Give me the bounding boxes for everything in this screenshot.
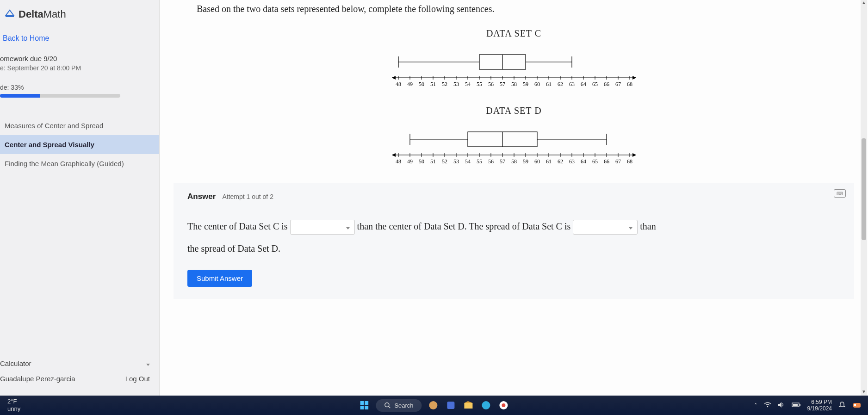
taskbar-search[interactable]: Search (376, 399, 422, 412)
svg-text:68: 68 (627, 81, 632, 87)
svg-point-104 (429, 401, 438, 409)
svg-text:63: 63 (569, 81, 575, 87)
svg-text:64: 64 (581, 158, 586, 165)
attempt-text: Attempt 1 out of 2 (222, 193, 273, 200)
svg-text:55: 55 (477, 158, 482, 165)
brand-bold: Delta (19, 8, 43, 20)
grade-progress-fill (0, 94, 40, 98)
topic-item-2[interactable]: Finding the Mean Graphically (Guided) (0, 154, 159, 173)
svg-text:58: 58 (511, 158, 517, 165)
chart-block-0: DATA SET C 48495051525354555657585960616… (160, 28, 868, 92)
svg-rect-105 (447, 402, 455, 409)
answer-area: ⌨ Answer Attempt 1 out of 2 The center o… (174, 183, 854, 299)
svg-text:51: 51 (430, 81, 436, 87)
topic-list: Measures of Center and SpreadCenter and … (0, 116, 159, 173)
calculator-label: Calculator (0, 359, 31, 367)
svg-text:62: 62 (558, 81, 563, 87)
search-label: Search (394, 402, 413, 409)
question-prompt: Based on the two data sets represented b… (160, 0, 868, 24)
wifi-icon[interactable] (764, 402, 771, 409)
start-icon[interactable] (358, 399, 370, 411)
answer-label: Answer (187, 192, 216, 201)
answer-sentence: The center of Data Set C is than the cen… (187, 215, 840, 260)
svg-text:53: 53 (453, 158, 459, 165)
svg-text:54: 54 (465, 81, 471, 87)
topic-item-1[interactable]: Center and Spread Visually (0, 135, 159, 154)
vertical-scrollbar[interactable]: ▲ ▼ (861, 0, 867, 396)
tray-expand-icon[interactable]: ˄ (754, 402, 757, 409)
svg-point-102 (385, 403, 389, 407)
scroll-up-arrow[interactable]: ▲ (861, 0, 867, 6)
taskbar-app-4[interactable] (480, 399, 492, 411)
weather-temp: 2°F (7, 398, 20, 405)
svg-text:62: 62 (558, 158, 563, 165)
svg-text:59: 59 (523, 158, 528, 165)
taskbar-app-1[interactable] (428, 399, 440, 411)
battery-icon[interactable] (792, 402, 801, 409)
calculator-toggle[interactable]: Calculator (0, 356, 159, 371)
boxplot-svg: 4849505152535455565758596061626364656667… (384, 45, 644, 92)
user-name: Guadalupe Perez-garcia (0, 375, 75, 383)
copilot-icon[interactable] (852, 400, 862, 411)
svg-text:53: 53 (453, 81, 459, 87)
brand-logo: DeltaMath (0, 0, 159, 29)
taskbar-app-5[interactable] (498, 399, 510, 411)
svg-text:48: 48 (396, 158, 401, 165)
taskbar-clock[interactable]: 6:59 PM 9/19/2024 (807, 399, 832, 412)
svg-rect-100 (360, 406, 364, 409)
svg-text:48: 48 (396, 81, 401, 87)
svg-text:55: 55 (477, 81, 482, 87)
svg-text:63: 63 (569, 158, 575, 165)
svg-text:61: 61 (546, 158, 552, 165)
search-icon (384, 402, 391, 409)
svg-rect-99 (365, 401, 368, 405)
sentence-part4: the spread of Data Set D. (187, 243, 280, 254)
assignment-due: e: September 20 at 8:00 PM (0, 64, 159, 72)
notification-icon[interactable] (838, 401, 846, 410)
svg-point-107 (482, 401, 490, 409)
svg-text:59: 59 (523, 81, 528, 87)
scrollbar-thumb[interactable] (862, 138, 866, 240)
svg-text:68: 68 (627, 158, 632, 165)
svg-text:50: 50 (419, 158, 424, 165)
chart-block-1: DATA SET D 48495051525354555657585960616… (160, 105, 868, 169)
grade-progress (0, 94, 120, 98)
svg-text:56: 56 (488, 158, 494, 165)
svg-text:61: 61 (546, 81, 552, 87)
back-to-home-link[interactable]: Back to Home (0, 29, 159, 48)
svg-text:51: 51 (430, 158, 436, 165)
taskbar-app-3[interactable] (463, 399, 475, 411)
assignment-block: omework due 9/20 e: September 20 at 8:00… (0, 48, 159, 75)
svg-text:65: 65 (592, 81, 598, 87)
clock-time: 6:59 PM (807, 399, 832, 405)
submit-answer-button[interactable]: Submit Answer (187, 270, 252, 287)
keyboard-icon[interactable]: ⌨ (834, 189, 846, 198)
logout-link[interactable]: Log Out (125, 375, 150, 383)
sentence-part2: than the center of Data Set D. The sprea… (357, 221, 571, 231)
svg-text:50: 50 (419, 81, 424, 87)
taskbar-app-2[interactable] (445, 399, 457, 411)
svg-text:60: 60 (534, 81, 540, 87)
svg-text:49: 49 (407, 81, 413, 87)
chart-title: DATA SET D (160, 105, 868, 116)
sidebar: DeltaMath Back to Home omework due 9/20 … (0, 0, 160, 396)
svg-text:60: 60 (534, 158, 540, 165)
svg-rect-112 (800, 404, 800, 406)
windows-taskbar: 2°F unny Search ˄ 6:59 PM 9/19/2024 (0, 396, 868, 415)
svg-text:52: 52 (442, 158, 447, 165)
volume-icon[interactable] (778, 402, 785, 409)
svg-text:57: 57 (500, 81, 505, 87)
scroll-down-arrow[interactable]: ▼ (861, 389, 867, 396)
weather-cond: unny (7, 405, 20, 413)
center-compare-dropdown[interactable] (290, 220, 355, 235)
chevron-down-icon (346, 220, 350, 235)
brand-light: Math (43, 8, 66, 20)
logo-icon (5, 8, 15, 20)
spread-compare-dropdown[interactable] (573, 220, 638, 235)
taskbar-weather[interactable]: 2°F unny (0, 398, 28, 412)
user-row: Guadalupe Perez-garcia Log Out (0, 371, 159, 386)
topic-item-0[interactable]: Measures of Center and Spread (0, 116, 159, 135)
svg-text:49: 49 (407, 158, 413, 165)
main-content: Based on the two data sets represented b… (160, 0, 868, 396)
svg-text:65: 65 (592, 158, 598, 165)
